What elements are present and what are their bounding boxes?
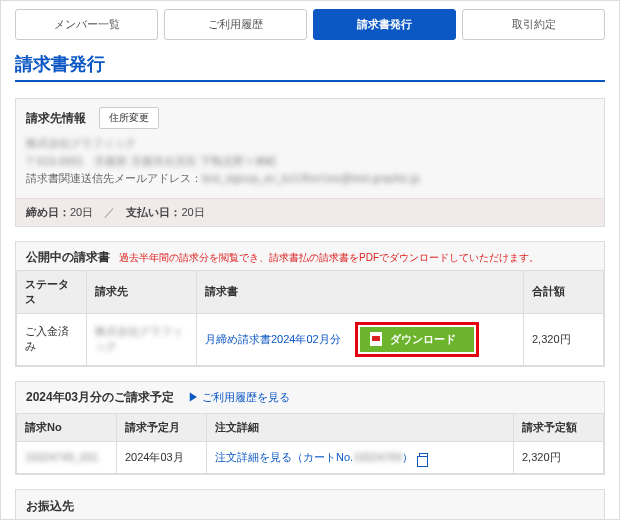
view-history-link[interactable]: ▶ ご利用履歴を見る <box>188 390 290 405</box>
billing-company: 株式会社グラフィック <box>26 135 594 153</box>
col-invoice-no: 請求No <box>17 413 117 441</box>
tab-usage-history[interactable]: ご利用履歴 <box>164 9 307 40</box>
page-title: 請求書発行 <box>15 52 605 82</box>
cutoff-label: 締め日： <box>26 206 70 218</box>
billing-email-label: 請求書関連送信先メールアドレス： <box>26 172 202 184</box>
bank-section: お振込先 三菱UFJ銀行 西院支店 普通 0077309 株式会社グラフィック <box>15 489 605 520</box>
published-note: 過去半年間の請求分を閲覧でき、請求書払の請求書をPDFでダウンロードしていただけ… <box>119 252 539 263</box>
col-sched-month: 請求予定月 <box>117 413 207 441</box>
invoice-link[interactable]: 月締め請求書2024年02月分 <box>205 332 341 347</box>
change-address-button[interactable]: 住所変更 <box>99 107 159 129</box>
cell-sched-month: 2024年03月 <box>117 441 207 473</box>
published-title: 公開中の請求書 <box>26 250 110 264</box>
billing-address: 〒615-0001 京都府 京都市右京区 下鴨北野々神町 <box>26 153 594 171</box>
tab-member-list[interactable]: メンバー一覧 <box>15 9 158 40</box>
cell-sched-amount: 2,320円 <box>514 441 604 473</box>
table-row: 10024749_001 2024年03月 注文詳細を見る（カートNo.1002… <box>17 441 604 473</box>
download-highlight: ダウンロード <box>355 322 479 357</box>
col-order-detail: 注文詳細 <box>207 413 514 441</box>
schedule-table: 請求No 請求予定月 注文詳細 請求予定額 10024749_001 2024年… <box>16 413 604 474</box>
payment-label: 支払い日： <box>126 206 181 218</box>
tab-transaction-terms[interactable]: 取引約定 <box>462 9 605 40</box>
order-detail-link[interactable]: 注文詳細を見る（カートNo.10024788） <box>215 451 428 463</box>
schedule-section: 2024年03月分のご請求予定 ▶ ご利用履歴を見る 請求No 請求予定月 注文… <box>15 381 605 475</box>
billing-email: test_signup_ec_bz13forr1es@test.graphic.… <box>202 172 420 184</box>
table-row: ご入金済み 株式会社グラフィック 月締め請求書2024年02月分 ダウンロード <box>17 313 604 365</box>
external-link-icon <box>419 453 428 462</box>
cell-invoice-no: 10024749_001 <box>25 451 98 463</box>
schedule-title: 2024年03月分のご請求予定 <box>26 389 174 406</box>
col-status: ステータス <box>17 270 87 313</box>
pdf-icon <box>370 332 382 346</box>
download-label: ダウンロード <box>390 332 456 347</box>
download-button[interactable]: ダウンロード <box>360 327 474 352</box>
payment-value: 20日 <box>181 206 204 218</box>
published-table: ステータス 請求先 請求書 合計額 ご入金済み 株式会社グラフィック 月締め請求… <box>16 270 604 366</box>
billing-info-section: 請求先情報 住所変更 株式会社グラフィック 〒615-0001 京都府 京都市右… <box>15 98 605 227</box>
main-tabs: メンバー一覧 ご利用履歴 請求書発行 取引約定 <box>15 9 605 40</box>
col-sched-amount: 請求予定額 <box>514 413 604 441</box>
cell-total: 2,320円 <box>524 313 604 365</box>
cell-billed-to: 株式会社グラフィック <box>95 325 183 352</box>
bank-title: お振込先 <box>16 490 604 520</box>
cell-status: ご入金済み <box>17 313 87 365</box>
published-invoices-section: 公開中の請求書 過去半年間の請求分を閲覧でき、請求書払の請求書をPDFでダウンロ… <box>15 241 605 367</box>
col-total: 合計額 <box>524 270 604 313</box>
billing-info-title: 請求先情報 <box>26 110 86 127</box>
tab-invoice-issue[interactable]: 請求書発行 <box>313 9 456 40</box>
col-billed-to: 請求先 <box>87 270 197 313</box>
col-invoice: 請求書 <box>197 270 524 313</box>
cutoff-bar: 締め日：20日 ／ 支払い日：20日 <box>16 198 604 226</box>
cutoff-value: 20日 <box>70 206 93 218</box>
